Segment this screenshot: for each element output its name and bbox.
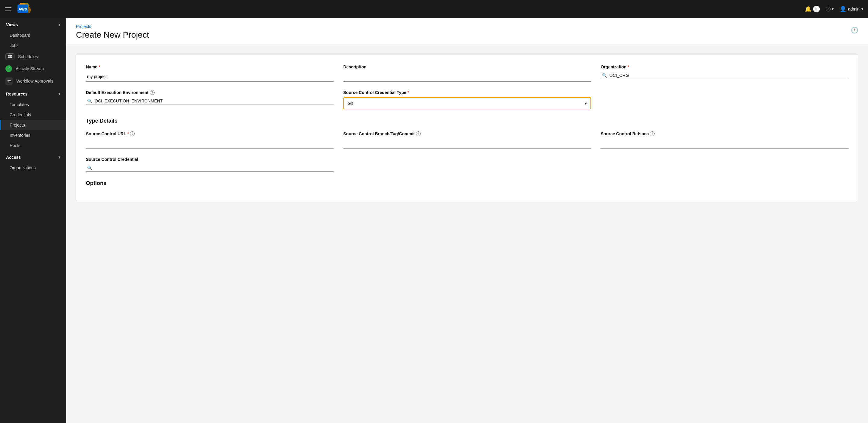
source-control-refspec-input[interactable] <box>601 139 848 149</box>
spacer-group-3 <box>601 157 848 172</box>
sc-type-required-star: * <box>407 90 409 95</box>
source-control-branch-help-icon[interactable]: ? <box>416 131 421 136</box>
sidebar-item-inventories[interactable]: Inventories <box>0 130 66 140</box>
user-chevron-icon: ▾ <box>861 7 863 11</box>
schedules-badge: 38 <box>5 53 14 60</box>
sidebar-views-section: Views ▾ Dashboard Jobs 38 Schedules ✓ Ac… <box>0 18 66 87</box>
topnav-right-area: 🔔 0 ? ▾ 👤 admin ▾ <box>805 6 863 12</box>
form-row-1: Name * Description Organization <box>86 64 848 82</box>
breadcrumb[interactable]: Projects <box>76 24 149 29</box>
activity-check-icon: ✓ <box>5 65 12 72</box>
sidebar-item-workflow-approvals[interactable]: ⇄ Workflow Approvals <box>0 75 66 87</box>
source-control-branch-label: Source Control Branch/Tag/Commit ? <box>343 131 591 136</box>
description-label: Description <box>343 64 591 69</box>
name-label: Name * <box>86 64 334 69</box>
sidebar-item-schedules[interactable]: 38 Schedules <box>0 51 66 63</box>
execution-env-label: Default Execution Environment ? <box>86 90 334 95</box>
help-button[interactable]: ? ▾ <box>826 7 834 11</box>
name-required-star: * <box>98 65 100 69</box>
help-chevron-icon: ▾ <box>832 7 834 11</box>
resources-chevron-icon: ▾ <box>59 92 60 96</box>
source-control-branch-group: Source Control Branch/Tag/Commit ? <box>343 131 591 149</box>
breadcrumb-title-area: Projects Create New Project <box>76 24 149 40</box>
main-layout: Views ▾ Dashboard Jobs 38 Schedules ✓ Ac… <box>0 18 868 423</box>
source-control-refspec-help-icon[interactable]: ? <box>650 131 655 136</box>
views-chevron-icon: ▾ <box>59 23 60 27</box>
sc-credential-search-wrapper: 🔍 <box>86 164 334 172</box>
source-control-url-input[interactable] <box>86 139 334 149</box>
sc-url-required-star: * <box>127 132 129 136</box>
source-control-url-help-icon[interactable]: ? <box>130 131 135 136</box>
name-field-group: Name * <box>86 64 334 82</box>
sidebar-views-header[interactable]: Views ▾ <box>0 18 66 30</box>
organization-field-group: Organization * 🔍 <box>601 64 848 82</box>
sidebar-item-activity-stream[interactable]: ✓ Activity Stream <box>0 63 66 75</box>
sidebar-item-jobs[interactable]: Jobs <box>0 40 66 51</box>
notification-badge: 0 <box>813 6 820 12</box>
hamburger-menu-button[interactable] <box>5 7 11 11</box>
type-details-section-title: Type Details <box>86 118 848 124</box>
help-circle-icon: ? <box>826 7 831 11</box>
source-control-type-field-group: Source Control Credential Type * Manual … <box>343 90 591 109</box>
spacer-group-2 <box>343 157 591 172</box>
sidebar: Views ▾ Dashboard Jobs 38 Schedules ✓ Ac… <box>0 18 66 423</box>
organization-label: Organization * <box>601 64 848 69</box>
options-section-title: Options <box>86 180 848 187</box>
execution-env-search-wrapper: 🔍 <box>86 97 334 105</box>
form-row-4: Source Control Credential 🔍 <box>86 157 848 172</box>
name-input[interactable] <box>86 72 334 82</box>
org-search-icon: 🔍 <box>602 73 607 78</box>
bell-icon: 🔔 <box>805 6 811 12</box>
app-logo: AWX <box>16 2 33 16</box>
source-control-branch-input[interactable] <box>343 139 591 149</box>
workflow-arrow-icon: ⇄ <box>5 77 13 85</box>
sidebar-item-credentials[interactable]: Credentials <box>0 110 66 120</box>
source-control-refspec-group: Source Control Refspec ? <box>601 131 848 149</box>
sidebar-item-templates[interactable]: Templates <box>0 99 66 110</box>
sidebar-resources-section: Resources ▾ Templates Credentials Projec… <box>0 87 66 151</box>
page-title: Create New Project <box>76 30 149 40</box>
user-icon: 👤 <box>840 6 846 12</box>
sc-credential-search-icon: 🔍 <box>87 165 92 170</box>
content-header: Projects Create New Project 🕐 <box>66 18 868 45</box>
organization-search-wrapper: 🔍 <box>601 72 848 79</box>
source-control-credential-label: Source Control Credential <box>86 157 334 162</box>
form-row-2: Default Execution Environment ? 🔍 Source… <box>86 90 848 109</box>
hex-logo-svg: AWX <box>16 2 33 16</box>
source-control-credential-input[interactable] <box>95 165 333 170</box>
sidebar-item-dashboard[interactable]: Dashboard <box>0 30 66 40</box>
top-navigation: AWX 🔔 0 ? ▾ 👤 admin ▾ <box>0 0 868 18</box>
organization-input[interactable] <box>610 73 847 78</box>
sidebar-access-section: Access ▾ Organizations <box>0 151 66 173</box>
svg-text:AWX: AWX <box>19 7 27 11</box>
description-field-group: Description <box>343 64 591 82</box>
sidebar-resources-header[interactable]: Resources ▾ <box>0 87 66 99</box>
main-content: Projects Create New Project 🕐 Name * <box>66 18 868 423</box>
sidebar-access-header[interactable]: Access ▾ <box>0 151 66 163</box>
source-control-url-group: Source Control URL * ? <box>86 131 334 149</box>
user-menu-button[interactable]: 👤 admin ▾ <box>840 6 863 12</box>
access-chevron-icon: ▾ <box>59 155 60 159</box>
form-area: Name * Description Organization <box>66 45 868 423</box>
sidebar-item-projects[interactable]: Projects <box>0 120 66 130</box>
user-label: admin <box>848 7 860 11</box>
org-required-star: * <box>628 65 629 69</box>
description-input[interactable] <box>343 72 591 82</box>
exec-env-search-icon: 🔍 <box>87 99 92 103</box>
sidebar-item-organizations[interactable]: Organizations <box>0 163 66 173</box>
source-control-url-label: Source Control URL * ? <box>86 131 334 136</box>
source-control-refspec-label: Source Control Refspec ? <box>601 131 848 136</box>
form-row-3: Source Control URL * ? Source Control Br… <box>86 131 848 149</box>
source-control-credential-group: Source Control Credential 🔍 <box>86 157 334 172</box>
form-card: Name * Description Organization <box>76 55 858 201</box>
execution-env-help-icon[interactable]: ? <box>150 90 155 95</box>
sidebar-item-hosts[interactable]: Hosts <box>0 140 66 151</box>
spacer-group <box>601 90 848 109</box>
execution-env-input[interactable] <box>95 99 333 103</box>
notifications-button[interactable]: 🔔 0 <box>805 6 820 12</box>
history-button[interactable]: 🕐 <box>851 27 858 34</box>
source-control-type-label: Source Control Credential Type * <box>343 90 591 95</box>
execution-env-field-group: Default Execution Environment ? 🔍 <box>86 90 334 109</box>
source-control-type-select-wrapper: Manual Git Subversion Insights Remote Ar… <box>343 97 591 109</box>
source-control-type-select[interactable]: Manual Git Subversion Insights Remote Ar… <box>344 98 590 109</box>
